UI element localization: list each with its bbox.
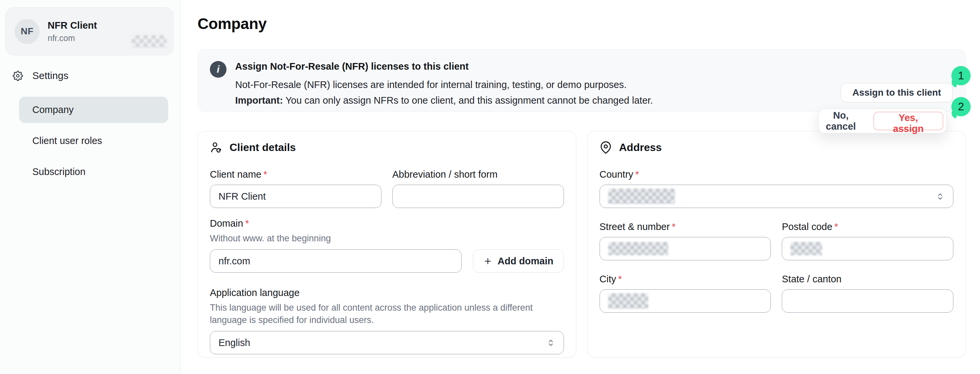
domain-helper: Without www. at the beginning [210, 232, 564, 245]
annotation-marker-1: 1 [951, 66, 970, 85]
sidebar-item-subscription[interactable]: Subscription [19, 159, 168, 185]
avatar: NF [15, 19, 40, 44]
sidebar: NF NFR Client nfr.com Settings Company C… [0, 0, 181, 374]
sidebar-item-company[interactable]: Company [19, 97, 168, 123]
country-field: Country* [600, 169, 954, 208]
domain-input[interactable] [210, 249, 462, 273]
client-domain: nfr.com [48, 34, 97, 43]
application-language-select[interactable]: English [210, 331, 564, 354]
nfr-info-banner: i Assign Not-For-Resale (NFR) licenses t… [197, 50, 966, 112]
domain-label: Domain* [210, 218, 564, 229]
assign-to-client-button[interactable]: Assign to this client [841, 83, 953, 102]
state-field: State / canton [782, 274, 953, 313]
settings-label: Settings [32, 70, 68, 82]
client-details-header: Client details [210, 141, 564, 153]
abbreviation-label: Abbreviation / short form [392, 169, 564, 180]
user-sync-icon [210, 141, 222, 153]
client-card[interactable]: NF NFR Client nfr.com [5, 7, 173, 55]
add-domain-button[interactable]: Add domain [473, 249, 564, 273]
abbreviation-input[interactable] [392, 185, 564, 208]
client-name: NFR Client [48, 20, 97, 31]
street-field: Street & number* [600, 221, 771, 261]
confirm-assign-button[interactable]: Yes, assign [873, 112, 944, 130]
country-select[interactable] [600, 185, 954, 208]
required-marker: * [264, 169, 267, 180]
postal-code-input[interactable] [782, 237, 953, 261]
postal-code-field: Postal code* [782, 221, 953, 261]
client-meta: NFR Client nfr.com [48, 20, 97, 43]
cancel-button[interactable]: No, cancel [818, 110, 864, 132]
city-label: City* [600, 274, 771, 284]
banner-important-label: Important: [235, 95, 283, 105]
map-pin-icon [600, 141, 612, 153]
state-input[interactable] [782, 289, 953, 313]
domain-field: Domain* Without www. at the beginning Ad… [210, 218, 564, 273]
client-details-title: Client details [229, 141, 296, 153]
required-marker: * [618, 274, 622, 284]
form-cards: Client details Client name* Abbreviation… [197, 131, 966, 358]
postal-code-value-redacted [791, 242, 822, 255]
postal-code-label: Postal code* [782, 221, 953, 232]
client-name-field: Client name* [210, 169, 382, 208]
state-label: State / canton [782, 274, 953, 284]
banner-body-line2: Important: You can only assign NFRs to o… [235, 93, 653, 108]
annotation-marker-2: 2 [951, 97, 970, 116]
assign-confirm-popover: No, cancel Yes, assign [818, 109, 947, 133]
banner-text: Assign Not-For-Resale (NFR) licenses to … [235, 60, 653, 111]
required-marker: * [245, 218, 249, 229]
street-value-redacted [608, 242, 668, 255]
add-domain-label: Add domain [498, 256, 554, 267]
abbreviation-field: Abbreviation / short form [392, 169, 564, 208]
street-input[interactable] [600, 237, 771, 261]
banner-title: Assign Not-For-Resale (NFR) licenses to … [235, 60, 653, 73]
main-content: Company i Assign Not-For-Resale (NFR) li… [181, 0, 980, 374]
application-language-helper: This language will be used for all conte… [210, 302, 564, 326]
country-label: Country* [600, 169, 954, 180]
client-details-card: Client details Client name* Abbreviation… [197, 131, 576, 358]
chevron-up-down-icon [546, 338, 555, 347]
sidebar-nav: Company Client user roles Subscription [19, 97, 181, 185]
banner-body-line1: Not-For-Resale (NFR) licenses are intend… [235, 77, 653, 93]
info-icon: i [210, 61, 226, 78]
sidebar-item-client-user-roles[interactable]: Client user roles [19, 128, 168, 154]
address-card: Address Country* Street & number* [587, 131, 966, 358]
banner-important-text: You can only assign NFRs to one client, … [283, 95, 653, 105]
country-value-redacted [608, 189, 675, 204]
page-title: Company [197, 15, 966, 33]
city-value-redacted [608, 293, 648, 308]
plus-icon [483, 257, 492, 266]
required-marker: * [672, 221, 676, 232]
city-field: City* [600, 274, 771, 313]
sidebar-section-settings[interactable]: Settings [13, 70, 181, 82]
chevron-up-down-icon [936, 192, 945, 201]
application-language-value: English [218, 337, 250, 348]
client-name-input[interactable] [210, 185, 382, 208]
required-marker: * [635, 169, 639, 180]
address-header: Address [600, 141, 954, 153]
client-logo-redacted [132, 35, 167, 48]
application-language-field: Application language This language will … [210, 287, 564, 354]
gear-icon [13, 71, 23, 81]
application-language-label: Application language [210, 287, 564, 298]
required-marker: * [834, 221, 838, 232]
city-input[interactable] [600, 289, 771, 313]
address-title: Address [619, 141, 662, 153]
street-label: Street & number* [600, 221, 771, 232]
client-name-label: Client name* [210, 169, 382, 180]
